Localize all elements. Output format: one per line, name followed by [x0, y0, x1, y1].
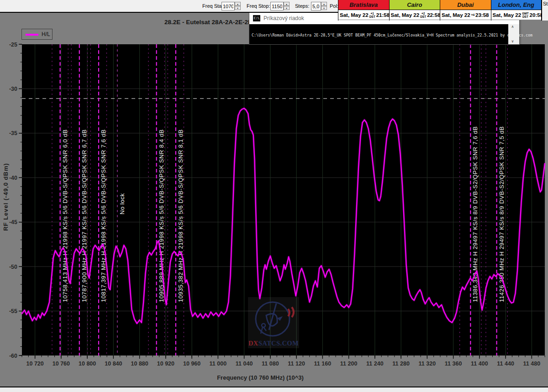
x-tick-label: 10 800 — [79, 361, 96, 367]
x-tick-label: 11 200 — [340, 361, 358, 367]
console-command-line: C:\Users\Roman Dávid>Astra 2E-28,5°E_UK … — [252, 33, 532, 37]
satellite-dish-icon — [248, 297, 299, 340]
steps-input[interactable] — [311, 2, 321, 10]
x-tick-label: 10 840 — [105, 361, 122, 367]
spinner-down-icon[interactable]: ▼ — [284, 6, 290, 10]
freq-start-input[interactable] — [221, 2, 235, 10]
clock-city: London, Eng — [491, 0, 542, 10]
bottom-status-strip — [0, 387, 548, 392]
console-content: C:\Users\Roman Dávid>Astra 2E-28,5°E_UK … — [249, 24, 519, 44]
dxsatcs-watermark-logo: DXSATCS.COM — [248, 297, 299, 348]
steps-spinner[interactable]: ▲ ▼ — [321, 2, 327, 10]
y-tick-label: -30 — [9, 86, 17, 92]
legend-box: H/L — [21, 29, 53, 40]
clock-date: Sat, May 22 — [440, 12, 470, 18]
x-tick-label: 10 920 — [157, 361, 174, 367]
x-tick-label: 10 960 — [183, 361, 200, 367]
y-tick-label: -35 — [9, 130, 17, 136]
x-tick-label: 11 280 — [392, 361, 410, 367]
clock-date: Sat, May 22 — [390, 12, 420, 18]
y-tick-label: -25 — [9, 42, 17, 48]
x-tick-label: 11 160 — [314, 361, 332, 367]
transponder-label: 10817,397 MHz H 21998 KS/s 5/6 DVB-S/QPS… — [100, 129, 107, 302]
scroll-down-icon[interactable]: ∨ — [508, 39, 517, 44]
x-tick-label: 11 400 — [471, 361, 488, 367]
clock-city: Dubai — [440, 0, 491, 10]
x-tick-label: 11 480 — [523, 361, 541, 367]
x-tick-label: 11 360 — [445, 361, 462, 367]
x-tick-label: 11 000 — [210, 361, 227, 367]
clock-date: Sat, May 22 — [491, 12, 522, 18]
spinner-up-icon[interactable]: ▲ — [284, 2, 290, 6]
scroll-up-icon[interactable]: ∧ — [508, 24, 517, 30]
y-axis-title: RF Level (-49,0 dBm) — [2, 138, 9, 256]
console-scrollbar[interactable]: ∧ ∨ — [508, 24, 517, 44]
console-title: Príkazový riadok — [263, 15, 304, 21]
pol-label: Pol: — [330, 0, 338, 12]
x-tick-label: 11 120 — [288, 361, 305, 367]
stop-button-partial[interactable]: St — [542, 0, 548, 21]
chart-title: 28.2E - Eutelsat 28A-2A-2E-2F (TB — [164, 19, 264, 26]
spinner-up-icon[interactable]: ▲ — [321, 2, 327, 6]
freq-stop-spinner[interactable]: ▲ ▼ — [284, 2, 290, 10]
transponder-label: No lock — [119, 193, 126, 214]
cmd-icon: C:\ — [253, 15, 260, 21]
x-tick-label: 11 080 — [262, 361, 279, 367]
x-tick-label: 10 760 — [53, 361, 70, 367]
world-clocks: Bratislava Sat, May 22 +1DST 21:58 Cairo… — [338, 0, 542, 21]
spinner-down-icon[interactable]: ▼ — [321, 6, 327, 10]
x-tick-label: 10 720 — [26, 361, 44, 367]
transponder-label: 10787,900 MHz H 21997 KS/s 5/6 DVB-S/QPS… — [81, 129, 88, 302]
clock-bratislava: Bratislava Sat, May 22 +1DST 21:58 — [338, 0, 389, 21]
watermark-text: DXSATCS.COM — [248, 340, 299, 347]
y-tick-label: -55 — [9, 308, 17, 314]
clock-date: Sat, May 22 — [338, 12, 369, 18]
freq-start-spinner[interactable]: ▲ ▼ — [235, 2, 241, 10]
x-tick-label: 11 320 — [419, 361, 436, 367]
clock-cairo: Cairo Sat, May 22 +2DST 22:58 — [389, 0, 440, 21]
spinner-down-icon[interactable]: ▼ — [235, 6, 241, 10]
y-tick-label: -60 — [9, 353, 17, 359]
transponder-label: 10935,382 MHz H 21998 KS/s 5/6 DVB-S/QPS… — [177, 129, 184, 302]
clock-dubai: Dubai Sat, May 22 +4 23:58 — [440, 0, 491, 21]
x-tick-label: 11 040 — [236, 361, 253, 367]
x-tick-label: 11 440 — [497, 361, 514, 367]
console-scrollbar-pad — [517, 24, 519, 44]
freq-stop-label: Freq Stop: — [247, 0, 270, 12]
clock-london: London, Eng Sat, May 22 GMTDST 20:58 — [491, 0, 542, 21]
y-tick-label: -45 — [9, 219, 17, 225]
y-tick-label: -50 — [9, 264, 17, 270]
legend-line-swatch-icon — [26, 34, 38, 36]
x-axis-title: Frequency (10 760 MHz) (10^3) — [183, 374, 338, 381]
clock-city: Cairo — [390, 0, 440, 10]
y-tick-label: -40 — [9, 175, 17, 181]
clock-city: Bratislava — [338, 0, 389, 10]
x-tick-label: 10 880 — [131, 361, 148, 367]
legend-label: H/L — [42, 31, 50, 37]
clock-time: 23:58 — [475, 12, 490, 18]
spinner-up-icon[interactable]: ▲ — [235, 2, 241, 6]
freq-stop-input[interactable] — [270, 2, 284, 10]
x-tick-label: 11 240 — [366, 361, 384, 367]
steps-label: Steps: — [295, 0, 309, 12]
